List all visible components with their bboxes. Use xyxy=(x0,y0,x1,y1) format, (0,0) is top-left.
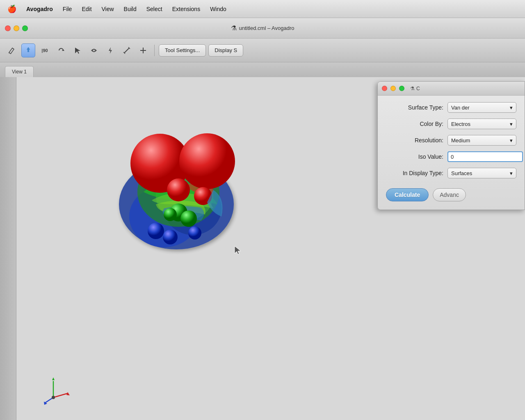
resolution-chevron: ▾ xyxy=(510,137,513,144)
color-by-chevron: ▾ xyxy=(510,121,513,127)
cursor xyxy=(234,245,242,257)
display-settings-button[interactable]: Display S xyxy=(208,44,243,57)
toolbar: |90 xyxy=(0,39,525,62)
navigate-tool-button[interactable] xyxy=(21,43,35,57)
measure-label: |90 xyxy=(41,48,48,53)
color-by-value: Electros xyxy=(451,121,470,127)
svg-marker-30 xyxy=(52,377,55,380)
svg-marker-2 xyxy=(62,49,64,51)
toolbar-separator xyxy=(154,45,155,56)
cursor-icon xyxy=(234,245,242,255)
color-by-dropdown[interactable]: Electros ▾ xyxy=(447,119,516,129)
tabbar: View 1 xyxy=(0,62,525,77)
pencil-icon xyxy=(8,47,16,54)
titlebar: ⚗ untitled.cml – Avogadro xyxy=(0,18,525,39)
svg-point-25 xyxy=(188,226,201,240)
svg-point-33 xyxy=(52,396,55,399)
tab-view1[interactable]: View 1 xyxy=(5,66,34,77)
dialog-maximize-button[interactable] xyxy=(399,86,404,91)
energy-icon xyxy=(107,47,114,54)
minimize-button[interactable] xyxy=(14,25,19,31)
dialog-title: ⚗ C xyxy=(410,86,420,91)
rotate-tool-button[interactable] xyxy=(54,43,68,57)
navigate-icon xyxy=(24,46,32,55)
form-buttons: Calculate Advanc xyxy=(378,185,525,201)
title-label: untitled.cml – Avogadro xyxy=(239,25,294,31)
window-title: ⚗ untitled.cml – Avogadro xyxy=(231,24,294,32)
svg-point-23 xyxy=(148,223,164,239)
resolution-value: Medium xyxy=(451,137,470,144)
menu-build[interactable]: Build xyxy=(120,4,141,14)
iso-value-row: Iso Value: xyxy=(386,151,516,162)
menu-avogadro[interactable]: Avogadro xyxy=(22,4,57,14)
molecule-svg xyxy=(98,110,254,266)
measure-lines-button[interactable] xyxy=(120,43,134,57)
display-type-chevron: ▾ xyxy=(510,170,513,176)
menu-file[interactable]: File xyxy=(59,4,76,14)
surface-type-row: Surface Type: Van der ▾ xyxy=(386,102,516,113)
dialog-icon: ⚗ xyxy=(410,86,415,91)
menubar: 🍎 Avogadro File Edit View Build Select E… xyxy=(0,0,525,18)
menu-select[interactable]: Select xyxy=(142,4,167,14)
dialog-title-text: C xyxy=(416,86,420,91)
dialog-close-button[interactable] xyxy=(382,86,387,91)
iso-value-input[interactable] xyxy=(447,151,523,162)
arrow-icon xyxy=(74,47,81,54)
left-sidebar xyxy=(0,77,16,420)
energy-tool-button[interactable] xyxy=(103,43,117,57)
bond-icon xyxy=(90,47,98,54)
display-type-label: In Display Type: xyxy=(386,170,443,176)
draw-tool-button[interactable] xyxy=(5,43,19,57)
axes-indicator xyxy=(41,375,74,408)
transform-tool-button[interactable] xyxy=(136,43,150,57)
surface-type-label: Surface Type: xyxy=(386,104,443,111)
tool-settings-button[interactable]: Tool Settings... xyxy=(159,44,206,57)
svg-marker-1 xyxy=(27,47,30,52)
resolution-row: Resolution: Medium ▾ xyxy=(386,135,516,146)
menu-view[interactable]: View xyxy=(98,4,118,14)
surface-type-value: Van der xyxy=(451,105,470,111)
main-area: ⚗ C Surface Type: Van der ▾ Color By: xyxy=(0,77,525,420)
measure-lines-icon xyxy=(123,47,130,54)
form-body: Surface Type: Van der ▾ Color By: Electr… xyxy=(378,96,525,185)
svg-line-6 xyxy=(124,48,129,53)
maximize-button[interactable] xyxy=(22,25,28,31)
dialog-minimize-button[interactable] xyxy=(390,86,396,91)
svg-line-27 xyxy=(53,393,68,397)
resolution-dropdown[interactable]: Medium ▾ xyxy=(447,135,516,146)
surface-type-dropdown[interactable]: Van der ▾ xyxy=(447,102,516,113)
transform-icon xyxy=(139,47,147,54)
color-by-label: Color By: xyxy=(386,121,443,127)
dialog-titlebar: ⚗ C xyxy=(378,82,525,96)
surface-dialog: ⚗ C Surface Type: Van der ▾ Color By: xyxy=(377,81,525,210)
advanced-button[interactable]: Advanc xyxy=(433,188,466,201)
resolution-label: Resolution: xyxy=(386,137,443,144)
close-button[interactable] xyxy=(5,25,11,31)
menu-window[interactable]: Windo xyxy=(206,4,231,14)
surface-type-chevron: ▾ xyxy=(510,105,513,111)
select-arrow-button[interactable] xyxy=(71,43,84,57)
canvas-area[interactable]: ⚗ C Surface Type: Van der ▾ Color By: xyxy=(16,77,525,420)
display-type-dropdown[interactable]: Surfaces ▾ xyxy=(447,168,516,178)
color-by-row: Color By: Electros ▾ xyxy=(386,119,516,129)
calculate-button[interactable]: Calculate xyxy=(386,188,429,201)
title-icon: ⚗ xyxy=(231,24,237,32)
display-type-value: Surfaces xyxy=(451,170,472,176)
menu-extensions[interactable]: Extensions xyxy=(168,4,204,14)
rotate-icon xyxy=(57,47,65,54)
window-controls xyxy=(5,25,28,31)
measure-tool-button[interactable]: |90 xyxy=(38,43,52,57)
bond-tool-button[interactable] xyxy=(87,43,101,57)
display-type-row: In Display Type: Surfaces ▾ xyxy=(386,168,516,178)
svg-point-24 xyxy=(163,230,178,244)
svg-point-18 xyxy=(167,178,190,201)
axes-svg xyxy=(41,375,74,408)
svg-point-21 xyxy=(180,210,197,227)
svg-point-22 xyxy=(164,208,177,221)
iso-value-label: Iso Value: xyxy=(386,153,443,160)
svg-marker-26 xyxy=(235,246,241,254)
svg-marker-3 xyxy=(75,48,80,54)
apple-menu[interactable]: 🍎 xyxy=(3,5,21,14)
svg-point-17 xyxy=(179,133,235,189)
menu-edit[interactable]: Edit xyxy=(78,4,96,14)
